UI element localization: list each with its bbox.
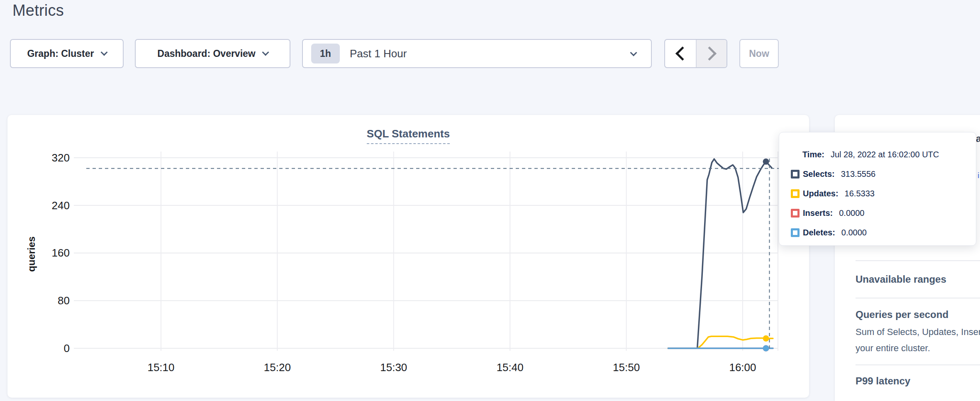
svg-text:0: 0 [64, 342, 70, 355]
dashboard-dropdown[interactable]: Dashboard: Overview [135, 39, 290, 68]
tooltip-series-swatch [791, 170, 800, 178]
svg-text:16:00: 16:00 [729, 361, 756, 374]
graph-dropdown[interactable]: Graph: Cluster [10, 39, 124, 68]
svg-text:queries: queries [26, 236, 37, 271]
tooltip-series-label: Deletes: [803, 228, 835, 237]
svg-text:240: 240 [52, 199, 70, 212]
tooltip-series-swatch [791, 209, 800, 218]
tooltip-time-value: Jul 28, 2022 at 16:02:00 UTC [831, 150, 939, 159]
tooltip-series-value: 313.5556 [841, 169, 875, 179]
clipped-text-fragment: a [976, 134, 980, 143]
clipped-link-fragment: i [978, 171, 980, 178]
chevron-right-icon [702, 46, 717, 61]
sidebar-item-unavailable-ranges: Unavailable ranges [856, 274, 946, 285]
tooltip-time-label: Time: [802, 150, 824, 159]
sidebar-item-queries-per-second: Queries per second [856, 309, 948, 320]
time-range-selector[interactable]: 1h Past 1 Hour [302, 39, 652, 68]
svg-text:15:20: 15:20 [264, 361, 291, 374]
sidebar-divider [856, 298, 980, 298]
qps-description-line1: Sum of Selects, Updates, Inser [856, 327, 980, 337]
sql-statements-chart[interactable]: 08016024032015:1015:2015:3015:4015:5016:… [7, 115, 809, 398]
svg-text:15:40: 15:40 [497, 361, 524, 374]
tooltip-series-swatch [791, 189, 800, 198]
time-range-label: Past 1 Hour [350, 47, 407, 60]
sidebar-item-p99-latency: P99 latency [856, 375, 910, 387]
chart-tooltip: Time: Jul 28, 2022 at 16:02:00 UTC Selec… [779, 132, 976, 246]
chevron-down-icon [262, 49, 269, 56]
chevron-down-icon [630, 49, 637, 56]
svg-text:15:10: 15:10 [147, 361, 174, 374]
tooltip-series-label: Updates: [803, 189, 839, 198]
tooltip-series-row: Inserts: 0.0000 [779, 203, 976, 223]
tooltip-series-label: Selects: [803, 169, 835, 179]
svg-text:320: 320 [52, 152, 70, 164]
svg-text:15:30: 15:30 [380, 361, 407, 374]
tooltip-series-row: Updates: 16.5333 [779, 184, 976, 203]
svg-text:160: 160 [52, 247, 70, 259]
now-button[interactable]: Now [739, 39, 779, 68]
sidebar-divider [856, 364, 980, 365]
chevron-down-icon [100, 49, 107, 56]
qps-description-line2: your entire cluster. [856, 343, 930, 354]
tooltip-series-label: Inserts: [803, 208, 833, 218]
tooltip-series-row: Deletes: 0.0000 [779, 223, 976, 242]
tooltip-series-value: 0.0000 [839, 208, 864, 218]
tooltip-series-value: 0.0000 [841, 228, 867, 237]
time-range-badge: 1h [311, 44, 340, 64]
sidebar-divider [856, 260, 980, 261]
tooltip-series-swatch [791, 228, 800, 237]
tooltip-series-row: Selects: 313.5556 [779, 164, 976, 184]
page-title: Metrics [12, 2, 64, 20]
tooltip-time-row: Time: Jul 28, 2022 at 16:02:00 UTC [779, 145, 976, 164]
graph-dropdown-label: Graph: Cluster [27, 48, 94, 59]
chevron-left-icon [675, 46, 690, 61]
time-nav-segmented [664, 39, 727, 68]
sql-statements-card: SQL Statements 08016024032015:1015:2015:… [7, 115, 809, 398]
svg-text:15:50: 15:50 [613, 361, 640, 374]
dashboard-dropdown-label: Dashboard: Overview [157, 48, 255, 59]
tooltip-series-value: 16.5333 [845, 189, 875, 198]
prev-range-button[interactable] [665, 40, 696, 67]
next-range-button[interactable] [696, 40, 726, 67]
svg-text:80: 80 [58, 294, 70, 307]
